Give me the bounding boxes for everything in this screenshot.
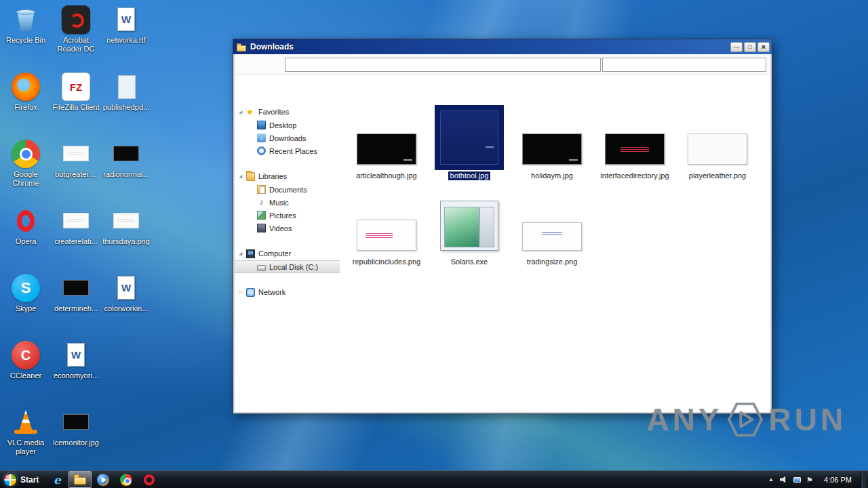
desktop-icon-networka-rtf[interactable]: networka.rtf bbox=[102, 5, 151, 45]
file-republicincludes-png[interactable]: republicincludes.png bbox=[345, 186, 428, 266]
opera-icon bbox=[12, 207, 40, 235]
sidebar-section-libraries[interactable]: ◢Libraries bbox=[235, 169, 340, 183]
image-black-icon bbox=[112, 140, 140, 168]
documents-icon bbox=[257, 185, 266, 194]
sidebar-item-local-disk-c[interactable]: Local Disk (C:) bbox=[235, 260, 340, 273]
sidebar-item-documents[interactable]: Documents bbox=[235, 183, 340, 196]
sidebar-item-desktop[interactable]: Desktop bbox=[235, 119, 340, 131]
file-thumbnail-wrap bbox=[351, 128, 422, 170]
file-interfacedirectory-jpg[interactable]: interfacedirectory.jpg bbox=[593, 100, 676, 180]
desktop-icon-createrelati[interactable]: createrelati... bbox=[52, 207, 100, 246]
action-center-icon[interactable] bbox=[804, 474, 815, 485]
sidebar-item-music[interactable]: Music bbox=[235, 196, 340, 209]
file-name-label: Solaris.exe bbox=[451, 258, 488, 266]
desktop-icon-firefox[interactable]: Firefox bbox=[1, 73, 50, 112]
taskbar-clock[interactable]: 4:06 PM bbox=[817, 476, 859, 484]
desktop-icon-label: Google Chrome bbox=[1, 170, 50, 188]
image-black-icon bbox=[62, 274, 90, 302]
desktop-icon-opera[interactable]: Opera bbox=[1, 207, 50, 246]
desktop-icon-determineh[interactable]: determineh... bbox=[52, 274, 100, 313]
sidebar-section-favorites[interactable]: ◢Favorites bbox=[235, 105, 340, 119]
chrome-icon bbox=[12, 140, 40, 168]
desktop-icon-label: radionormal... bbox=[103, 170, 149, 179]
file-thumbnail bbox=[440, 201, 498, 251]
window-title: Downloads bbox=[250, 42, 729, 52]
file-thumbnail-wrap bbox=[599, 128, 670, 170]
desktop-icon-filezilla-client[interactable]: FileZilla Client bbox=[52, 73, 100, 112]
volume-icon[interactable] bbox=[778, 474, 789, 485]
file-thumb-area bbox=[351, 186, 422, 256]
music-icon bbox=[257, 198, 266, 207]
sidebar-item-downloads[interactable]: Downloads bbox=[235, 131, 340, 144]
start-button[interactable]: Start bbox=[0, 471, 45, 488]
explorer-window: Downloads — □ × ◢FavoritesDesktopDownloa… bbox=[233, 39, 772, 414]
computer-icon bbox=[246, 249, 255, 258]
show-desktop-button[interactable] bbox=[861, 471, 867, 488]
file-bothtool-jpg[interactable]: bothtool.jpg bbox=[428, 100, 511, 180]
file-holidaym-jpg[interactable]: holidaym.jpg bbox=[511, 100, 593, 180]
sidebar-section-label: Computer bbox=[258, 249, 291, 258]
word-document-icon bbox=[112, 5, 140, 34]
desktop-icon-publishedpd[interactable]: publishedpd... bbox=[102, 73, 151, 112]
chrome-icon bbox=[119, 472, 134, 487]
taskbar-app-opera[interactable] bbox=[138, 471, 161, 488]
desktop-icon-economyori[interactable]: economyori... bbox=[52, 341, 100, 380]
sidebar-item-videos[interactable]: Videos bbox=[235, 222, 340, 235]
file-playerleather-png[interactable]: playerleather.png bbox=[676, 100, 759, 180]
file-thumbnail bbox=[522, 134, 582, 165]
chevron-expanded-icon[interactable]: ◢ bbox=[239, 109, 246, 115]
desktop-icon-butgreater[interactable]: butgreater.... bbox=[52, 140, 100, 179]
taskbar-app-internet-explorer[interactable] bbox=[45, 471, 68, 488]
network-icon bbox=[246, 288, 255, 297]
taskbar-app-media-player[interactable] bbox=[92, 471, 115, 488]
file-articlealthough-jpg[interactable]: articlealthough.jpg bbox=[345, 100, 428, 180]
search-input[interactable] bbox=[602, 58, 766, 72]
file-row: articlealthough.jpgbothtool.jpgholidaym.… bbox=[340, 100, 770, 180]
desktop-icon-label: networka.rtf bbox=[106, 36, 145, 45]
close-button[interactable]: × bbox=[757, 42, 770, 52]
desktop-icon-acrobat-reader-dc[interactable]: Acrobat Reader DC bbox=[52, 5, 100, 54]
start-label: Start bbox=[20, 475, 39, 485]
anyrun-logo-icon bbox=[728, 402, 763, 437]
desktop-icon-icemonitor-jpg[interactable]: icemonitor.jpg bbox=[52, 408, 100, 447]
desktop-icon-label: determineh... bbox=[54, 304, 98, 313]
desktop-icon-label: thursdaya.png bbox=[102, 237, 150, 246]
maximize-button[interactable]: □ bbox=[744, 42, 756, 52]
hidden-icons-icon[interactable] bbox=[766, 474, 776, 485]
desktop-icon-skype[interactable]: Skype bbox=[1, 274, 50, 313]
image-faded-icon bbox=[62, 207, 90, 235]
sidebar-item-pictures[interactable]: Pictures bbox=[235, 209, 340, 222]
internet-explorer-icon bbox=[50, 472, 64, 487]
file-name-label: interfacedirectory.jpg bbox=[600, 171, 669, 180]
anyrun-watermark: ANY RUN bbox=[646, 401, 846, 438]
desktop-icon-label: Skype bbox=[16, 304, 37, 313]
desktop-icon-vlc-media-player[interactable]: VLC media player bbox=[1, 408, 50, 456]
desktop-icon-ccleaner[interactable]: CCleaner bbox=[1, 341, 50, 380]
watermark-text-right: RUN bbox=[768, 401, 846, 438]
chevron-expanded-icon[interactable]: ◢ bbox=[239, 251, 246, 256]
sidebar-item-recent-places[interactable]: Recent Places bbox=[235, 144, 340, 157]
folder-icon bbox=[237, 43, 247, 52]
desktop-icon-colorworkin[interactable]: colorworkin... bbox=[102, 274, 151, 313]
file-tradingsize-png[interactable]: tradingsize.png bbox=[511, 186, 593, 266]
desktop-icon-recycle-bin[interactable]: Recycle Bin bbox=[1, 5, 50, 45]
chevron-expanded-icon[interactable]: ◢ bbox=[239, 174, 246, 179]
tray-icons bbox=[766, 474, 815, 485]
file-solaris-exe[interactable]: Solaris.exe bbox=[428, 186, 511, 266]
desktop-icon-google-chrome[interactable]: Google Chrome bbox=[1, 140, 50, 188]
address-bar-input[interactable] bbox=[285, 58, 601, 72]
taskbar-app-chrome[interactable] bbox=[115, 471, 138, 488]
desktop-icon-radionormal[interactable]: radionormal... bbox=[102, 140, 151, 179]
desktop-icon-label: createrelati... bbox=[54, 237, 98, 246]
minimize-button[interactable]: — bbox=[730, 42, 743, 52]
taskbar-app-windows-explorer[interactable] bbox=[68, 471, 92, 488]
chevron-collapsed-icon[interactable]: ▷ bbox=[239, 289, 246, 295]
window-titlebar[interactable]: Downloads — □ × bbox=[233, 39, 772, 54]
watermark-text-left: ANY bbox=[646, 401, 722, 438]
network-icon[interactable] bbox=[791, 474, 802, 485]
media-player-icon bbox=[96, 472, 111, 487]
desktop-icon-thursdaya-png[interactable]: thursdaya.png bbox=[102, 207, 151, 246]
sidebar-section-computer[interactable]: ◢Computer bbox=[235, 247, 340, 260]
sidebar-section-network[interactable]: ▷Network bbox=[235, 285, 340, 299]
file-name-label: articlealthough.jpg bbox=[356, 171, 416, 180]
